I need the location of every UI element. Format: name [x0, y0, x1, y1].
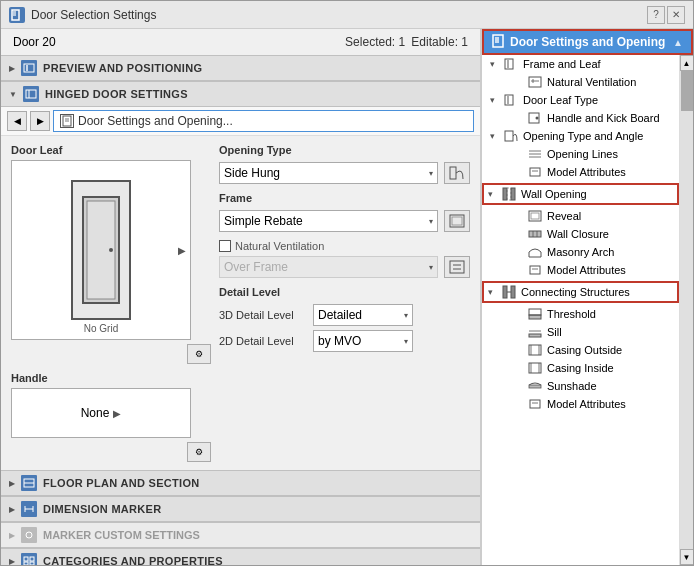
connecting-structures-icon	[501, 285, 517, 299]
ventilation-group: Natural Ventilation Over Frame ▾	[219, 240, 470, 278]
tree-label-connecting-structures: Connecting Structures	[521, 286, 630, 298]
frame-icon-btn[interactable]	[444, 210, 470, 232]
ventilation-row: Over Frame ▾	[219, 256, 470, 278]
svg-rect-44	[503, 188, 507, 200]
categories-icon	[21, 553, 37, 565]
nav-forward-button[interactable]: ▶	[30, 111, 50, 131]
title-bar: Door Selection Settings ? ✕	[1, 1, 693, 29]
tree-label-frame-and-leaf: Frame and Leaf	[523, 58, 601, 70]
svg-rect-1	[13, 11, 16, 16]
svg-rect-45	[511, 188, 515, 200]
dimension-section-header[interactable]: ▶ DIMENSION MARKER	[1, 496, 480, 522]
handle-settings-btn[interactable]: ⚙	[187, 442, 211, 462]
door-settings-btn[interactable]: ⚙	[187, 344, 211, 364]
hinged-section-header[interactable]: ▼ HINGED DOOR SETTINGS	[1, 81, 480, 107]
detail-level-label: Detail Level	[219, 286, 470, 298]
hinged-arrow: ▼	[9, 90, 17, 99]
chevron-handle: ▾	[514, 113, 524, 123]
hinged-label: HINGED DOOR SETTINGS	[45, 88, 188, 100]
frame-dropdown[interactable]: Simple Rebate ▾	[219, 210, 438, 232]
preview-section-header[interactable]: ▶ PREVIEW AND POSITIONING	[1, 55, 480, 81]
svg-point-11	[109, 248, 113, 252]
frame-leaf-icon	[503, 57, 519, 71]
tree-label-wall-closure: Wall Closure	[547, 228, 609, 240]
scroll-thumb[interactable]	[681, 71, 693, 111]
opening-lines-icon	[527, 147, 543, 161]
door-bottom-controls: ⚙	[11, 344, 211, 364]
tree-item-wall-opening[interactable]: ▾ Wall Opening	[482, 183, 679, 205]
tree-item-opening-lines[interactable]: ▾ Opening Lines	[482, 145, 679, 163]
opening-type-icon-btn[interactable]	[444, 162, 470, 184]
sill-icon	[527, 325, 543, 339]
frame-row: Simple Rebate ▾	[219, 210, 470, 232]
svg-rect-29	[495, 37, 499, 43]
tree-item-casing-inside[interactable]: ▾ Casing Inside	[482, 359, 679, 377]
d3-dropdown[interactable]: Detailed ▾	[313, 304, 413, 326]
opening-type-group: Opening Type Side Hung ▾	[219, 144, 470, 184]
tree-scrollbar[interactable]: ▲ ▼	[679, 55, 693, 565]
svg-rect-67	[529, 385, 541, 388]
close-button[interactable]: ✕	[667, 6, 685, 24]
tree-label-opening-type: Opening Type and Angle	[523, 130, 643, 142]
tree-item-reveal[interactable]: ▾ Reveal	[482, 207, 679, 225]
chevron-natural-vent: ▾	[514, 77, 524, 87]
tree-item-opening-type[interactable]: ▾ Opening Type and Angle	[482, 127, 679, 145]
door-prev-arrow[interactable]: ▶	[178, 245, 186, 256]
ventilation-icon-btn[interactable]	[444, 256, 470, 278]
tree-item-casing-outside[interactable]: ▾ Casing Outside	[482, 341, 679, 359]
door-inner-preview	[71, 180, 131, 320]
d2-label: 2D Detail Level	[219, 335, 309, 347]
d2-dropdown[interactable]: by MVO ▾	[313, 330, 413, 352]
tree-scroll-indicator: ▲	[673, 37, 683, 48]
svg-rect-38	[505, 131, 513, 141]
tree-item-model-attr-2[interactable]: ▾ Model Attributes	[482, 261, 679, 279]
categories-section-header[interactable]: ▶ CATEGORIES AND PROPERTIES	[1, 548, 480, 565]
tree-label-casing-outside: Casing Outside	[547, 344, 622, 356]
tree-item-sunshade[interactable]: ▾ Sunshade	[482, 377, 679, 395]
floor-section-header[interactable]: ▶ FLOOR PLAN AND SECTION	[1, 470, 480, 496]
svg-rect-31	[507, 59, 509, 69]
marker-label: MARKER CUSTOM SETTINGS	[43, 529, 200, 541]
tree-item-connecting-structures[interactable]: ▾ Connecting Structures	[482, 281, 679, 303]
svg-point-23	[26, 532, 32, 538]
model-attr-1-icon	[527, 165, 543, 179]
door-status: Selected: 1 Editable: 1	[345, 35, 468, 49]
chevron-frame: ▾	[490, 59, 500, 69]
floor-icon	[21, 475, 37, 491]
tree-item-masonry-arch[interactable]: ▾ Masonry Arch	[482, 243, 679, 261]
tree-item-sill[interactable]: ▾ Sill	[482, 323, 679, 341]
chevron-connecting: ▾	[488, 287, 498, 297]
ventilation-checkbox[interactable]	[219, 240, 231, 252]
chevron-sill: ▾	[514, 327, 524, 337]
help-button[interactable]: ?	[647, 6, 665, 24]
no-grid-label: No Grid	[84, 323, 118, 334]
nav-back-button[interactable]: ◀	[7, 111, 27, 131]
opening-type-dropdown[interactable]: Side Hung ▾	[219, 162, 438, 184]
tree-item-threshold[interactable]: ▾ Threshold	[482, 305, 679, 323]
floor-arrow: ▶	[9, 479, 15, 488]
door-info-bar: Door 20 Selected: 1 Editable: 1	[1, 29, 480, 55]
breadcrumb-input[interactable]: Door Settings and Opening...	[53, 110, 474, 132]
bottom-sections: ▶ FLOOR PLAN AND SECTION ▶	[1, 470, 480, 565]
tree-item-model-attr-1[interactable]: ▾ Model Attributes	[482, 163, 679, 181]
tree-label-model-attr-1: Model Attributes	[547, 166, 626, 178]
scroll-down-button[interactable]: ▼	[680, 549, 694, 565]
tree-item-handle-kick[interactable]: ▾ Handle and Kick Board	[482, 109, 679, 127]
ventilation-dropdown: Over Frame ▾	[219, 256, 438, 278]
door-preview: ▶ No Grid	[11, 160, 191, 340]
tree-scroll[interactable]: ▾ Frame and Leaf ▾	[482, 55, 679, 565]
ventilation-label: Natural Ventilation	[235, 240, 324, 252]
marker-section-header[interactable]: ▶ MARKER CUSTOM SETTINGS	[1, 522, 480, 548]
tree-item-model-attr-3[interactable]: ▾ Model Attributes	[482, 395, 679, 413]
tree-item-frame-and-leaf[interactable]: ▾ Frame and Leaf	[482, 55, 679, 73]
breadcrumb-text: Door Settings and Opening...	[78, 114, 233, 128]
scroll-up-button[interactable]: ▲	[680, 55, 694, 71]
scroll-track[interactable]	[680, 71, 694, 549]
svg-rect-4	[26, 90, 36, 98]
tree-item-wall-closure[interactable]: ▾ Wall Closure	[482, 225, 679, 243]
handle-arrow[interactable]: ▶	[113, 408, 121, 419]
tree-item-door-leaf-type[interactable]: ▾ Door Leaf Type	[482, 91, 679, 109]
main-content: Door 20 Selected: 1 Editable: 1 ▶ PREVIE…	[1, 29, 693, 565]
tree-label-door-leaf-type: Door Leaf Type	[523, 94, 598, 106]
tree-item-natural-ventilation[interactable]: ▾ Natural Ventilation	[482, 73, 679, 91]
